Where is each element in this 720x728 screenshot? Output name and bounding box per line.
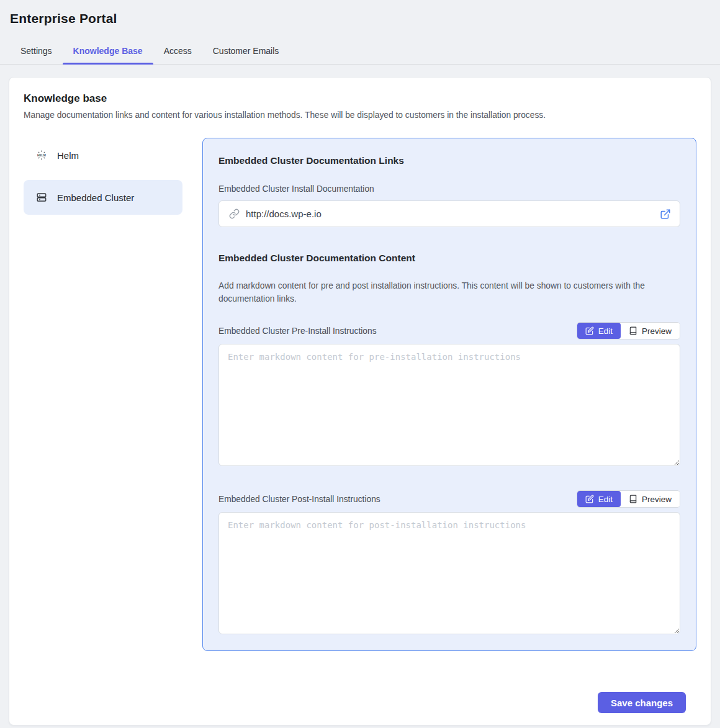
pre-install-textarea[interactable]	[218, 344, 680, 466]
edit-pencil-icon	[585, 326, 594, 335]
tab-access[interactable]: Access	[153, 40, 202, 64]
install-doc-label: Embedded Cluster Install Documentation	[218, 184, 680, 194]
install-doc-field	[218, 200, 680, 227]
preview-book-icon	[629, 326, 637, 335]
content-section-title: Embedded Cluster Documentation Content	[218, 253, 680, 264]
page-title: Enterprise Portal	[10, 11, 710, 26]
svg-text:HELM: HELM	[37, 154, 46, 157]
external-link-icon[interactable]	[660, 209, 671, 220]
tab-knowledge-base[interactable]: Knowledge Base	[63, 40, 153, 64]
preview-button-label: Preview	[642, 495, 672, 504]
post-install-edit-button[interactable]: Edit	[577, 491, 621, 507]
helm-icon: HELM	[36, 150, 47, 161]
content-section-description: Add markdown content for pre and post in…	[218, 280, 680, 305]
post-install-header: Embedded Cluster Post-Install Instructio…	[218, 490, 680, 508]
preview-button-label: Preview	[642, 327, 672, 336]
install-doc-url-input[interactable]	[246, 209, 660, 219]
app-header: Enterprise Portal	[0, 0, 720, 26]
links-section-title: Embedded Cluster Documentation Links	[218, 155, 680, 166]
edit-pencil-icon	[585, 495, 594, 503]
save-changes-button[interactable]: Save changes	[598, 692, 686, 713]
link-icon	[229, 209, 240, 219]
kb-layout: HELM Helm Embedded Cluster	[24, 138, 696, 651]
nav-item-embedded-cluster[interactable]: Embedded Cluster	[24, 180, 182, 215]
tab-settings[interactable]: Settings	[10, 40, 63, 64]
post-install-textarea[interactable]	[218, 512, 680, 634]
post-install-mode-toggle: Edit Preview	[577, 490, 680, 508]
nav-item-helm[interactable]: HELM Helm	[24, 138, 182, 173]
edit-button-label: Edit	[598, 327, 613, 336]
pre-install-edit-button[interactable]: Edit	[577, 323, 621, 339]
knowledge-base-card: Knowledge base Manage documentation link…	[9, 77, 711, 726]
post-install-label: Embedded Cluster Post-Install Instructio…	[218, 495, 380, 504]
section-title: Knowledge base	[24, 92, 696, 105]
tab-customer-emails[interactable]: Customer Emails	[202, 40, 290, 64]
enterprise-portal-page: Enterprise Portal Settings Knowledge Bas…	[0, 0, 720, 728]
edit-button-label: Edit	[598, 495, 613, 504]
preview-book-icon	[629, 495, 637, 503]
nav-label-helm: Helm	[57, 150, 79, 161]
pre-install-label: Embedded Cluster Pre-Install Instruction…	[218, 326, 377, 336]
post-install-preview-button[interactable]: Preview	[621, 491, 680, 507]
server-stack-icon	[36, 192, 47, 203]
pre-install-mode-toggle: Edit Preview	[577, 322, 680, 339]
pre-install-header: Embedded Cluster Pre-Install Instruction…	[218, 322, 680, 339]
install-method-nav: HELM Helm Embedded Cluster	[24, 138, 182, 222]
nav-label-embedded-cluster: Embedded Cluster	[57, 192, 134, 203]
tabbar: Settings Knowledge Base Access Customer …	[0, 40, 720, 65]
save-row: Save changes	[24, 692, 686, 713]
embedded-cluster-panel: Embedded Cluster Documentation Links Emb…	[202, 138, 696, 651]
section-description: Manage documentation links and content f…	[24, 110, 696, 120]
pre-install-preview-button[interactable]: Preview	[621, 323, 680, 339]
